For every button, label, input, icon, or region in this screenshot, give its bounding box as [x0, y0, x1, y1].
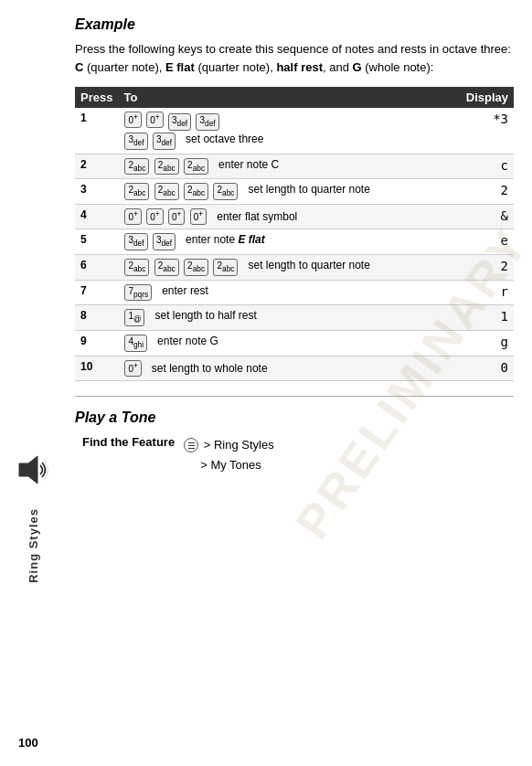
play-tone-heading: Play a Tone: [75, 410, 514, 426]
row-keys: 3def 3def enter note E flat: [118, 229, 445, 255]
row-display: e: [446, 229, 514, 255]
row-keys: 7pqrs enter rest: [118, 280, 445, 305]
row-num: 10: [75, 356, 118, 380]
intro-paragraph: Press the following keys to create this …: [75, 40, 514, 76]
row-keys: 2abc 2abc 2abc 2abc set length to quarte…: [118, 254, 445, 280]
table-row: 6 2abc 2abc 2abc 2abc set length to quar…: [75, 254, 514, 280]
row-keys: 1@ set length to half rest: [118, 305, 445, 331]
row-num: 9: [75, 330, 118, 356]
row-keys: 0+ 0+ 0+ 0+ enter flat symbol: [118, 204, 445, 229]
row-display: c: [446, 154, 514, 179]
row-keys: 0+ 0+ 3def 3def 3def 3def set octave thr…: [118, 108, 445, 154]
row-display: 1: [446, 305, 514, 331]
table-row: 5 3def 3def enter note E flat e: [75, 229, 514, 255]
find-feature-label: Find the Feature: [82, 435, 175, 449]
speaker-icon: [14, 451, 52, 492]
table-row: 1 0+ 0+ 3def 3def 3def 3def set octave t…: [75, 108, 514, 154]
row-keys: 4ghi enter note G: [118, 330, 445, 356]
find-feature-row: Find the Feature ☰ > Ring Styles > My To…: [75, 435, 514, 475]
row-num: 6: [75, 254, 118, 280]
table-row: 3 2abc 2abc 2abc 2abc set length to quar…: [75, 179, 514, 205]
path-my-tones: > My Tones: [200, 458, 261, 472]
row-num: 3: [75, 179, 118, 205]
row-num: 1: [75, 108, 118, 154]
row-keys: 2abc 2abc 2abc enter note C: [118, 154, 445, 179]
page-number: 100: [18, 736, 38, 750]
row-keys: 2abc 2abc 2abc 2abc set length to quarte…: [118, 179, 445, 205]
example-heading: Example: [75, 16, 514, 33]
row-num: 8: [75, 305, 118, 331]
table-row: 4 0+ 0+ 0+ 0+ enter flat symbol &: [75, 204, 514, 229]
row-num: 2: [75, 154, 118, 179]
menu-icon: ☰: [184, 438, 198, 452]
table-row: 9 4ghi enter note G g: [75, 330, 514, 356]
table-row: 7 7pqrs enter rest r: [75, 280, 514, 305]
col-header-display: Display: [446, 87, 514, 108]
page-container: Ring Styles Example Press the following …: [0, 0, 532, 766]
col-header-press: Press: [75, 87, 118, 108]
row-keys: 0+ set length to whole note: [118, 356, 445, 380]
row-display: r: [446, 280, 514, 305]
row-display: 2: [446, 254, 514, 280]
svg-marker-0: [19, 456, 37, 484]
table-row: 8 1@ set length to half rest 1: [75, 305, 514, 331]
row-display: g: [446, 330, 514, 356]
main-content: Example Press the following keys to crea…: [66, 0, 532, 766]
table-row: 2 2abc 2abc 2abc enter note C c: [75, 154, 514, 179]
sidebar-label: Ring Styles: [27, 508, 40, 583]
find-feature-path: ☰ > Ring Styles > My Tones: [184, 435, 274, 475]
row-display: *3: [446, 108, 514, 154]
sidebar: Ring Styles: [0, 0, 66, 766]
row-display: 2: [446, 179, 514, 205]
col-header-to: To: [118, 87, 445, 108]
path-ring-styles: > Ring Styles: [204, 438, 274, 452]
row-display: 0: [446, 356, 514, 380]
row-num: 7: [75, 280, 118, 305]
row-num: 4: [75, 204, 118, 229]
table-row: 10 0+ set length to whole note 0: [75, 356, 514, 380]
row-display: &: [446, 204, 514, 229]
note-table: Press To Display 1 0+ 0+ 3def 3def 3def: [75, 87, 514, 381]
section-divider: [75, 396, 514, 397]
row-num: 5: [75, 229, 118, 255]
